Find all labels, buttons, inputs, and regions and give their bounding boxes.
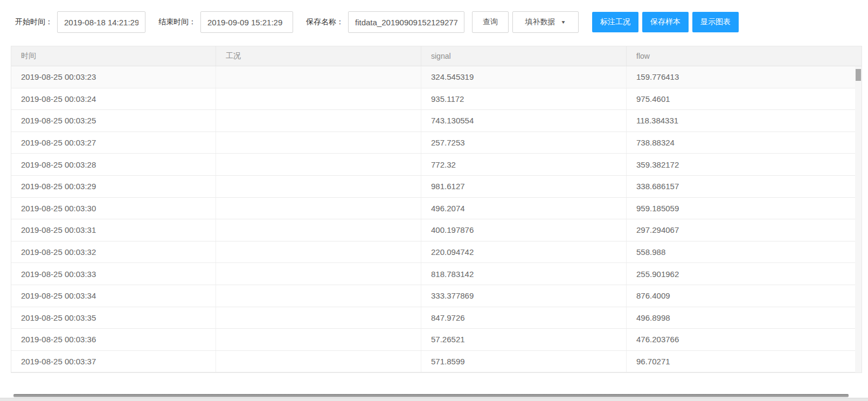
cell-condition xyxy=(216,176,421,197)
show-chart-button[interactable]: 显示图表 xyxy=(692,12,739,32)
query-button[interactable]: 查询 xyxy=(472,11,509,33)
table-row: 2019-08-25 00:03:37 571.8599 96.70271 xyxy=(11,351,862,373)
cell-condition xyxy=(216,241,421,263)
cell-time: 2019-08-25 00:03:34 xyxy=(11,285,216,307)
table-row: 2019-08-25 00:03:34 333.377869 876.4009 xyxy=(11,285,862,307)
cell-flow: 476.203766 xyxy=(627,329,862,350)
table-row: 2019-08-25 00:03:32 220.094742 558.988 xyxy=(11,241,862,264)
table-row: 2019-08-25 00:03:25 743.130554 118.38433… xyxy=(11,110,862,132)
cell-signal: 818.783142 xyxy=(421,263,627,285)
cell-signal: 496.2074 xyxy=(421,198,627,219)
column-header-condition: 工况 xyxy=(216,46,421,66)
table-row: 2019-08-25 00:03:29 981.6127 338.686157 xyxy=(11,176,862,198)
start-time-input[interactable] xyxy=(57,11,145,33)
cell-flow: 359.382172 xyxy=(627,154,862,175)
horizontal-scrollbar-thumb[interactable] xyxy=(13,394,849,397)
cell-signal: 571.8599 xyxy=(421,351,627,372)
cell-time: 2019-08-25 00:03:30 xyxy=(11,198,216,219)
table-row: 2019-08-25 00:03:23 324.545319 159.77641… xyxy=(11,66,862,88)
cell-time: 2019-08-25 00:03:23 xyxy=(11,66,216,88)
cell-condition xyxy=(216,329,421,350)
table-row: 2019-08-25 00:03:31 400.197876 297.29406… xyxy=(11,219,862,241)
cell-signal: 257.7253 xyxy=(421,132,627,154)
cell-time: 2019-08-25 00:03:31 xyxy=(11,219,216,241)
cell-condition xyxy=(216,198,421,219)
end-time-input[interactable] xyxy=(200,11,293,33)
vertical-scrollbar-thumb[interactable] xyxy=(856,69,861,81)
cell-condition xyxy=(216,154,421,175)
table-row: 2019-08-25 00:03:27 257.7253 738.88324 xyxy=(11,132,862,154)
vertical-scrollbar[interactable] xyxy=(855,66,862,372)
cell-signal: 772.32 xyxy=(421,154,627,175)
cell-time: 2019-08-25 00:03:35 xyxy=(11,307,216,329)
cell-condition xyxy=(216,132,421,154)
cell-condition xyxy=(216,219,421,241)
cell-condition xyxy=(216,110,421,132)
cell-time: 2019-08-25 00:03:27 xyxy=(11,132,216,154)
table-row: 2019-08-25 00:03:30 496.2074 959.185059 xyxy=(11,198,862,220)
end-time-label: 结束时间： xyxy=(158,17,196,27)
cell-condition xyxy=(216,307,421,329)
table-row: 2019-08-25 00:03:24 935.1172 975.4601 xyxy=(11,88,862,110)
cell-flow: 558.988 xyxy=(627,241,862,263)
cell-signal: 57.26521 xyxy=(421,329,627,350)
table-row: 2019-08-25 00:03:36 57.26521 476.203766 xyxy=(11,329,862,351)
cell-signal: 400.197876 xyxy=(421,219,627,241)
save-sample-button[interactable]: 保存样本 xyxy=(642,12,689,32)
cell-flow: 738.88324 xyxy=(627,132,862,154)
cell-time: 2019-08-25 00:03:37 xyxy=(11,351,216,372)
fill-data-dropdown-label: 填补数据 xyxy=(525,17,555,27)
cell-condition xyxy=(216,351,421,372)
table-row: 2019-08-25 00:03:28 772.32 359.382172 xyxy=(11,154,862,176)
cell-flow: 496.8998 xyxy=(627,307,862,329)
cell-signal: 847.9726 xyxy=(421,307,627,329)
cell-signal: 743.130554 xyxy=(421,110,627,132)
bottom-edge-strip xyxy=(0,398,868,401)
cell-flow: 975.4601 xyxy=(627,88,862,110)
cell-flow: 255.901962 xyxy=(627,263,862,285)
cell-signal: 333.377869 xyxy=(421,285,627,307)
cell-condition xyxy=(216,66,421,88)
cell-time: 2019-08-25 00:03:25 xyxy=(11,110,216,132)
cell-signal: 981.6127 xyxy=(421,176,627,197)
toolbar: 开始时间： 结束时间： 保存名称： 查询 填补数据 ▼ 标注工况 保存样本 显示… xyxy=(15,11,742,33)
cell-time: 2019-08-25 00:03:29 xyxy=(11,176,216,197)
table-body: 2019-08-25 00:03:23 324.545319 159.77641… xyxy=(11,66,862,372)
cell-time: 2019-08-25 00:03:33 xyxy=(11,263,216,285)
table-header: 时间 工况 signal flow xyxy=(11,46,862,66)
data-table: 时间 工况 signal flow 2019-08-25 00:03:23 32… xyxy=(11,46,862,373)
start-time-label: 开始时间： xyxy=(15,17,53,27)
cell-condition xyxy=(216,285,421,307)
column-header-signal: signal xyxy=(421,46,627,66)
annotate-condition-button[interactable]: 标注工况 xyxy=(592,12,638,32)
cell-flow: 159.776413 xyxy=(627,66,862,88)
cell-time: 2019-08-25 00:03:24 xyxy=(11,88,216,110)
cell-flow: 959.185059 xyxy=(627,198,862,219)
cell-flow: 118.384331 xyxy=(627,110,862,132)
cell-condition xyxy=(216,263,421,285)
cell-flow: 876.4009 xyxy=(627,285,862,307)
save-name-input[interactable] xyxy=(348,11,464,33)
cell-time: 2019-08-25 00:03:36 xyxy=(11,329,216,350)
column-header-time: 时间 xyxy=(11,46,216,66)
cell-signal: 935.1172 xyxy=(421,88,627,110)
column-header-flow: flow xyxy=(627,46,862,66)
cell-condition xyxy=(216,88,421,110)
cell-flow: 96.70271 xyxy=(627,351,862,372)
save-name-label: 保存名称： xyxy=(306,17,344,27)
cell-time: 2019-08-25 00:03:32 xyxy=(11,241,216,263)
cell-flow: 297.294067 xyxy=(627,219,862,241)
fill-data-dropdown[interactable]: 填补数据 ▼ xyxy=(512,11,579,33)
cell-time: 2019-08-25 00:03:28 xyxy=(11,154,216,175)
caret-down-icon: ▼ xyxy=(561,19,566,24)
table-row: 2019-08-25 00:03:33 818.783142 255.90196… xyxy=(11,263,862,285)
table-row: 2019-08-25 00:03:35 847.9726 496.8998 xyxy=(11,307,862,329)
cell-flow: 338.686157 xyxy=(627,176,862,197)
cell-signal: 324.545319 xyxy=(421,66,627,88)
cell-signal: 220.094742 xyxy=(421,241,627,263)
